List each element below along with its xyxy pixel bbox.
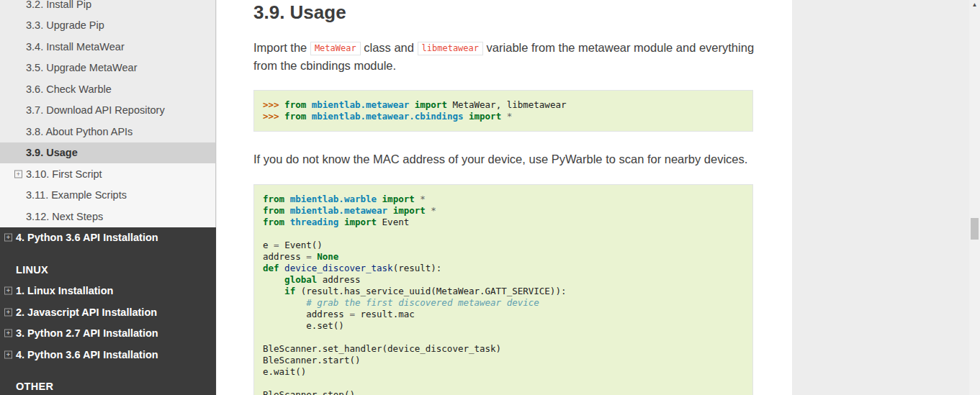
inline-code-metawear: MetaWear (310, 42, 361, 55)
sidebar-item-python36-api-installation-linux[interactable]: + 4. Python 3.6 API Installation (0, 344, 216, 366)
sidebar-item-label: 3.3. Upgrade Pip (26, 19, 104, 31)
scan-paragraph: If you do not know the MAC address of yo… (253, 150, 786, 168)
expand-plus-icon[interactable]: + (4, 234, 12, 242)
sidebar: 3.2. Install Pip 3.3. Upgrade Pip 3.4. I… (0, 0, 216, 395)
sidebar-item-label: 3.10. First Script (26, 168, 102, 180)
scrollbar-up-arrow-icon[interactable]: ▲ (969, 0, 980, 9)
sidebar-item-install-metawear[interactable]: 3.4. Install MetaWear (0, 36, 215, 58)
sidebar-header-other: OTHER (0, 376, 216, 395)
paragraph-text: Import the (253, 41, 310, 54)
sidebar-item-label: 3.8. About Python APIs (26, 126, 132, 137)
sidebar-item-first-script[interactable]: + 3.10. First Script (0, 163, 215, 185)
sidebar-item-label: 3.11. Example Scripts (26, 189, 127, 201)
code-block-scanner: from mbientlab.warble import *from mbien… (253, 184, 753, 395)
inline-code-libmetawear: libmetawear (418, 42, 483, 55)
scrollbar-thumb[interactable] (971, 218, 979, 240)
sidebar-item-javascript-api-installation[interactable]: + 2. Javascript API Installation (0, 301, 216, 323)
sidebar-header-linux: LINUX (0, 259, 216, 281)
sidebar-item-download-api-repository[interactable]: 3.7. Download API Repository (0, 100, 215, 122)
sidebar-dark-section: + 4. Python 3.6 API Installation LINUX +… (0, 227, 216, 395)
sidebar-item-label: 3.5. Upgrade MetaWear (26, 62, 137, 73)
sidebar-item-check-warble[interactable]: 3.6. Check Warble (0, 78, 215, 100)
sidebar-item-python27-api-installation[interactable]: + 3. Python 2.7 API Installation (0, 323, 216, 345)
sidebar-light-section: 3.2. Install Pip 3.3. Upgrade Pip 3.4. I… (0, 0, 216, 227)
sidebar-item-label: 3.4. Install MetaWear (26, 41, 125, 53)
sidebar-item-label: 3.12. Next Steps (26, 211, 103, 222)
sidebar-item-linux-installation[interactable]: + 1. Linux Installation (0, 281, 216, 302)
expand-plus-icon[interactable]: + (4, 308, 12, 316)
sidebar-item-install-pip[interactable]: 3.2. Install Pip (0, 0, 215, 15)
sidebar-item-label: 4. Python 3.6 API Installation (16, 232, 158, 243)
intro-paragraph: Import the MetaWear class and libmetawea… (253, 39, 772, 74)
sidebar-item-label: 4. Python 3.6 API Installation (16, 349, 158, 360)
sidebar-item-upgrade-metawear[interactable]: 3.5. Upgrade MetaWear (0, 58, 215, 79)
page-scrollbar[interactable]: ▲ (969, 0, 980, 395)
sidebar-item-upgrade-pip[interactable]: 3.3. Upgrade Pip (0, 15, 215, 37)
sidebar-item-label: 2. Javascript API Installation (16, 307, 157, 318)
sidebar-item-label: 3.2. Install Pip (26, 0, 91, 10)
expand-plus-icon[interactable]: + (4, 287, 12, 295)
sidebar-item-label: 3.6. Check Warble (26, 83, 112, 95)
sidebar-item-usage-current[interactable]: 3.9. Usage (0, 142, 215, 164)
code-block-imports: >>> from mbientlab.metawear import MetaW… (253, 90, 753, 132)
sidebar-item-python36-api-installation[interactable]: + 4. Python 3.6 API Installation (0, 227, 216, 249)
expand-plus-icon[interactable]: + (4, 350, 12, 358)
sidebar-item-next-steps[interactable]: 3.12. Next Steps (0, 206, 215, 227)
sidebar-item-label: 1. Linux Installation (16, 285, 113, 296)
main-content: 3.9. Usage Import the MetaWear class and… (217, 0, 792, 395)
sidebar-item-label: 3. Python 2.7 API Installation (16, 327, 158, 339)
sidebar-item-label: 3.7. Download API Repository (26, 104, 165, 116)
expand-plus-icon[interactable]: + (4, 330, 12, 337)
sidebar-item-label: 3.9. Usage (26, 147, 78, 158)
sidebar-item-example-scripts[interactable]: 3.11. Example Scripts (0, 185, 215, 206)
page-title: 3.9. Usage (253, 0, 792, 23)
paragraph-text: class and (361, 41, 418, 54)
sidebar-item-about-python-apis[interactable]: 3.8. About Python APIs (0, 121, 215, 142)
expand-plus-icon[interactable]: + (14, 170, 22, 178)
